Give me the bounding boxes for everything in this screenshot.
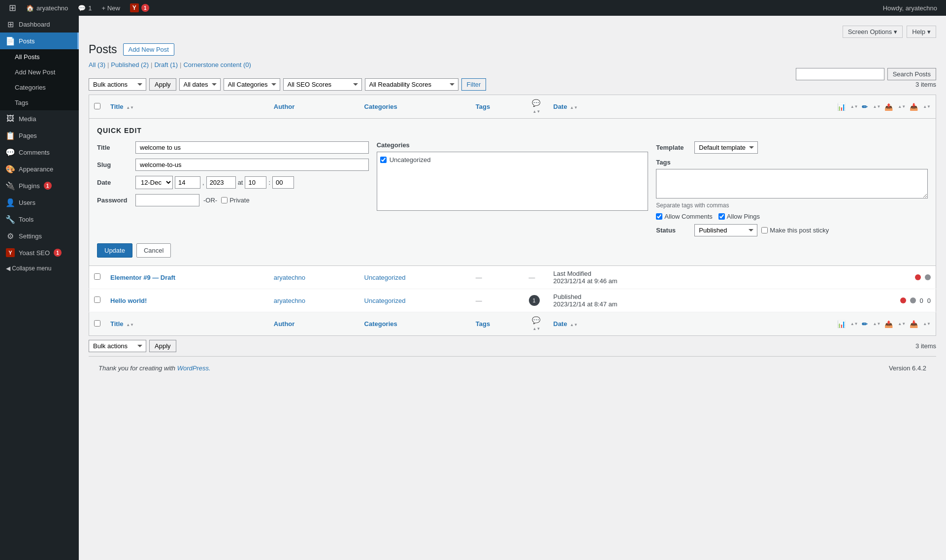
adminbar-new[interactable]: + New (97, 0, 125, 16)
qe-sticky-checkbox[interactable] (761, 227, 768, 233)
row1-seo (710, 266, 936, 289)
qe-day-input[interactable] (175, 176, 200, 189)
sidebar-item-categories[interactable]: Categories (0, 80, 79, 95)
filter-published-link[interactable]: Published (2) (111, 61, 149, 68)
sidebar-item-tools[interactable]: 🔧 Tools (0, 211, 79, 228)
row2-author-link[interactable]: aryatechno (274, 297, 305, 304)
row1-title-link[interactable]: Elementor #9 — Draft (110, 274, 175, 281)
tfh-select-all[interactable] (94, 320, 100, 327)
page-title: Posts (89, 43, 117, 56)
filter-all-link[interactable]: All (3) (89, 61, 105, 68)
filter-cornerstone-link[interactable]: Cornerstone content (0) (183, 61, 251, 68)
qe-allow-pings-label[interactable]: Allow Pings (718, 213, 760, 220)
qe-sticky-label[interactable]: Make this post sticky (761, 227, 829, 234)
tfh-title[interactable]: Title ▲▼ (105, 312, 269, 336)
apply-button-bottom[interactable]: Apply (149, 340, 176, 352)
tfh-seo-icon: 📊 (837, 320, 846, 328)
qe-slug-input[interactable] (135, 159, 369, 171)
qe-minute-input[interactable] (272, 176, 294, 189)
screen-options-bar: Screen Options ▾ Help ▾ (89, 26, 936, 38)
sep1: | (107, 61, 109, 68)
sidebar-item-posts[interactable]: 📄 Posts (0, 33, 79, 49)
apply-button-top[interactable]: Apply (149, 78, 176, 91)
search-posts-button[interactable]: Search Posts (887, 68, 936, 80)
row2-title-link[interactable]: Hello world! (110, 297, 147, 304)
th-title[interactable]: Title ▲▼ (105, 95, 269, 119)
row1-check[interactable] (89, 266, 106, 289)
sidebar-item-pages[interactable]: 📋 Pages (0, 127, 79, 144)
adminbar-yoast[interactable]: Y 1 (125, 0, 154, 16)
qe-cancel-button[interactable]: Cancel (136, 243, 171, 258)
row2-check[interactable] (89, 289, 106, 312)
sidebar-item-tags[interactable]: Tags (0, 95, 79, 110)
sidebar-item-plugins[interactable]: 🔌 Plugins 1 (0, 177, 79, 194)
comment-header-icon: 💬 (532, 99, 540, 107)
screen-options-button[interactable]: Screen Options ▾ (843, 26, 903, 38)
sidebar-item-yoast[interactable]: Y Yoast SEO 1 (0, 244, 79, 261)
seo-icon1: 📊 (837, 103, 846, 111)
tfh-date[interactable]: Date ▲▼ (549, 312, 710, 336)
sidebar-item-all-posts[interactable]: All Posts (0, 49, 79, 65)
th-comments: 💬 ▲▼ (524, 95, 549, 119)
qe-private-label[interactable]: Private (221, 197, 249, 204)
qe-hour-input[interactable] (245, 176, 266, 189)
adminbar-site-name[interactable]: 🏠 aryatechno (21, 0, 73, 16)
row2-checkbox[interactable] (94, 296, 100, 303)
th-date[interactable]: Date ▲▼ (549, 95, 710, 119)
sidebar-item-appearance[interactable]: 🎨 Appearance (0, 161, 79, 177)
bulk-actions-select-top[interactable]: Bulk actions Edit Move to Trash (89, 78, 146, 91)
add-new-post-button[interactable]: Add New Post (123, 43, 174, 56)
qe-allow-comments-label[interactable]: Allow Comments (656, 213, 713, 220)
filter-button[interactable]: Filter (461, 78, 487, 91)
qe-title-field: Title (97, 141, 369, 154)
pages-icon: 📋 (6, 131, 15, 140)
row1-checkbox[interactable] (94, 273, 100, 280)
qe-title-input[interactable] (135, 141, 369, 154)
qe-private-checkbox[interactable] (221, 197, 228, 203)
adminbar-wp-logo[interactable]: ⊞ (4, 0, 21, 16)
qe-password-input[interactable] (135, 194, 199, 206)
qe-status-select[interactable]: Published Draft Pending Review (694, 224, 757, 236)
sidebar-item-add-new-post[interactable]: Add New Post (0, 65, 79, 80)
row2-comment-badge: 1 (529, 295, 540, 306)
readability-select[interactable]: All Readability Scores (365, 78, 458, 91)
search-area: Search Posts (796, 68, 936, 80)
adminbar-comments[interactable]: 💬 1 (73, 0, 97, 16)
qe-cat-uncategorized[interactable]: Uncategorized (380, 155, 645, 165)
sidebar-item-media[interactable]: 🖼 Media (0, 110, 79, 127)
row1-author-link[interactable]: aryatechno (274, 274, 305, 281)
qe-password-field: Password -OR- Private (97, 194, 369, 206)
row1-date-value: 2023/12/14 at 9:46 am (554, 277, 618, 285)
select-all-checkbox[interactable] (94, 103, 100, 109)
help-button[interactable]: Help ▾ (907, 26, 936, 38)
qe-allow-comments-checkbox[interactable] (656, 213, 662, 220)
row2-cat-link[interactable]: Uncategorized (364, 297, 406, 304)
sidebar-item-dashboard[interactable]: ⊞ Dashboard (0, 16, 79, 33)
qe-categories-box[interactable]: Uncategorized (377, 152, 649, 211)
wordpress-footer-link[interactable]: WordPress. (177, 364, 211, 372)
sidebar-label-pages: Pages (19, 132, 37, 139)
dates-select[interactable]: All dates (179, 78, 221, 91)
collapse-menu[interactable]: ◀ Collapse menu (0, 261, 79, 276)
search-input[interactable] (796, 68, 884, 80)
qe-template-select[interactable]: Default template (694, 141, 758, 154)
bulk-actions-select-bottom[interactable]: Bulk actions Edit Move to Trash (89, 340, 146, 352)
row1-seo-red-dot (915, 274, 921, 280)
qe-month-select[interactable]: 12-Dec (135, 176, 173, 189)
row1-cat-link[interactable]: Uncategorized (364, 274, 406, 281)
comments-count: 1 (88, 4, 92, 12)
qe-year-input[interactable] (206, 176, 236, 189)
categories-select[interactable]: All Categories (224, 78, 280, 91)
sidebar-item-users[interactable]: 👤 Users (0, 194, 79, 211)
seo-scores-select[interactable]: All SEO Scores (283, 78, 362, 91)
sidebar-item-comments[interactable]: 💬 Comments (0, 144, 79, 161)
qe-cat-checkbox[interactable] (380, 157, 387, 163)
help-label: Help (912, 28, 925, 35)
collapse-arrow-icon: ◀ (6, 265, 10, 272)
qe-tags-textarea[interactable] (656, 169, 928, 198)
row1-author: aryatechno (269, 266, 359, 289)
sidebar-item-settings[interactable]: ⚙ Settings (0, 228, 79, 244)
qe-update-button[interactable]: Update (97, 243, 132, 258)
filter-draft-link[interactable]: Draft (1) (154, 61, 178, 68)
qe-allow-pings-checkbox[interactable] (718, 213, 725, 220)
